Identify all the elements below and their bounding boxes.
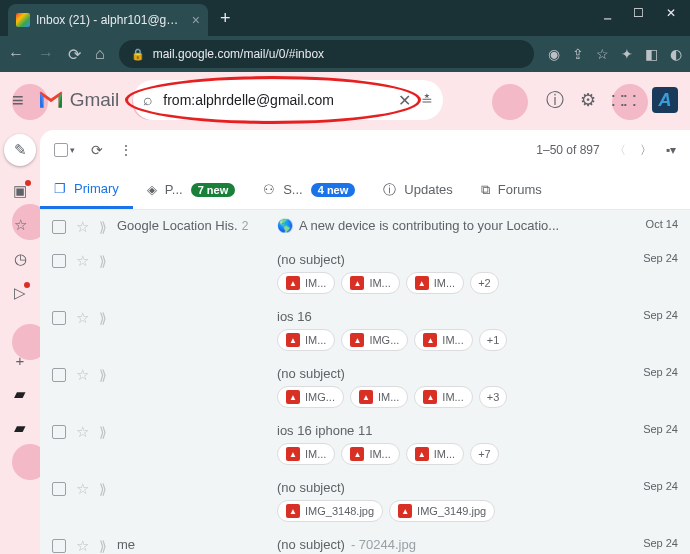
help-icon[interactable]: ⓘ (546, 88, 564, 112)
new-tab-button[interactable]: + (208, 8, 243, 29)
search-input[interactable] (163, 92, 388, 108)
message-row[interactable]: ☆ ⟫ (no subject) ▲IMG_3148.jpg▲IMG_3149.… (40, 472, 690, 529)
important-icon[interactable]: ⟫ (99, 219, 107, 235)
extensions-icon[interactable]: ✦ (621, 46, 633, 62)
account-logo[interactable]: A (652, 87, 678, 113)
attachment-chip[interactable]: ▲IM... (277, 329, 335, 351)
attachment-chip[interactable]: ▲IM... (414, 329, 472, 351)
tab-forums[interactable]: ⧉Forums (467, 170, 556, 209)
eye-icon[interactable]: ◉ (548, 46, 560, 62)
row-checkbox[interactable] (52, 539, 66, 553)
row-checkbox[interactable] (52, 311, 66, 325)
attachment-chip[interactable]: ▲IMG... (341, 329, 408, 351)
clear-icon[interactable]: ✕ (398, 91, 411, 110)
tab-label: Updates (404, 182, 452, 197)
rail-starred-icon[interactable]: ☆ (14, 216, 27, 234)
row-checkbox[interactable] (52, 254, 66, 268)
more-chip[interactable]: +1 (479, 329, 508, 351)
row-checkbox[interactable] (52, 425, 66, 439)
more-chip[interactable]: +2 (470, 272, 499, 294)
minimize-icon[interactable]: ⎯ (604, 6, 611, 20)
prev-page-icon[interactable]: 〈 (614, 142, 626, 159)
shield-icon[interactable]: ◧ (645, 46, 658, 62)
attachment-chip[interactable]: ▲IMG... (277, 386, 344, 408)
more-chip[interactable]: +7 (470, 443, 499, 465)
image-icon: ▲ (286, 390, 300, 404)
message-row[interactable]: ☆ ⟫ ios 16 iphone 11 ▲IM...▲IM...▲IM...+… (40, 415, 690, 472)
rail-sent-icon[interactable]: ▷ (14, 284, 26, 302)
refresh-button[interactable]: ⟳ (91, 142, 103, 158)
rail-add-icon[interactable]: + (16, 352, 25, 369)
url-input[interactable]: 🔒 mail.google.com/mail/u/0/#inbox (119, 40, 534, 68)
row-checkbox[interactable] (52, 220, 66, 234)
maximize-icon[interactable]: ☐ (633, 6, 644, 20)
star-icon[interactable]: ☆ (76, 423, 89, 441)
attachment-chip[interactable]: ▲IM... (414, 386, 472, 408)
attachment-chip[interactable]: ▲IM... (406, 272, 464, 294)
message-row[interactable]: ☆ ⟫ ios 16 ▲IM...▲IMG...▲IM...+1 Sep 24 (40, 301, 690, 358)
tab-s[interactable]: ⚇S...4 new (249, 170, 369, 209)
image-icon: ▲ (415, 276, 429, 290)
image-icon: ▲ (423, 333, 437, 347)
attachment-chip[interactable]: ▲IMG_3148.jpg (277, 500, 383, 522)
tab-updates[interactable]: ⓘUpdates (369, 170, 466, 209)
forward-icon[interactable]: → (38, 45, 54, 63)
gmail-logo[interactable]: Gmail (38, 89, 120, 111)
important-icon[interactable]: ⟫ (99, 481, 107, 497)
apps-icon[interactable]: ⸬⸬ (612, 90, 636, 111)
attachment-chip[interactable]: ▲IM... (277, 272, 335, 294)
star-icon[interactable]: ☆ (76, 218, 89, 236)
rail-inbox-icon[interactable]: ▣ (13, 182, 27, 200)
message-row[interactable]: ☆ ⟫ (no subject) ▲IMG...▲IM...▲IM...+3 S… (40, 358, 690, 415)
tab-p[interactable]: ◈P...7 new (133, 170, 249, 209)
search-box[interactable]: ⌕ ✕ ≛ (133, 80, 443, 120)
share-icon[interactable]: ⇪ (572, 46, 584, 62)
density-icon[interactable]: ▪▾ (666, 143, 676, 157)
attachment-chip[interactable]: ▲IMG_3149.jpg (389, 500, 495, 522)
address-bar: ← → ⟳ ⌂ 🔒 mail.google.com/mail/u/0/#inbo… (0, 36, 690, 72)
compose-button[interactable]: ✎ (4, 134, 36, 166)
back-icon[interactable]: ← (8, 45, 24, 63)
pagination-text: 1–50 of 897 (536, 143, 599, 157)
bookmark-icon[interactable]: ☆ (596, 46, 609, 62)
important-icon[interactable]: ⟫ (99, 424, 107, 440)
more-chip[interactable]: +3 (479, 386, 508, 408)
important-icon[interactable]: ⟫ (99, 310, 107, 326)
message-row[interactable]: ☆ ⟫ (no subject) ▲IM...▲IM...▲IM...+2 Se… (40, 244, 690, 301)
row-checkbox[interactable] (52, 368, 66, 382)
important-icon[interactable]: ⟫ (99, 538, 107, 554)
star-icon[interactable]: ☆ (76, 252, 89, 270)
browser-tab[interactable]: Inbox (21) - alphr101@gmail.com × (8, 4, 208, 36)
important-icon[interactable]: ⟫ (99, 367, 107, 383)
profile-icon[interactable]: ◐ (670, 46, 682, 62)
attachment-chip[interactable]: ▲IM... (350, 386, 408, 408)
star-icon[interactable]: ☆ (76, 366, 89, 384)
message-row[interactable]: ☆ ⟫ me (no subject) - 70244.jpg Sep 24 (40, 529, 690, 554)
select-all-checkbox[interactable]: ▾ (54, 143, 75, 157)
rail-label-icon[interactable]: ▰ (14, 385, 26, 403)
attachment-chip[interactable]: ▲IM... (277, 443, 335, 465)
more-button[interactable]: ⋮ (119, 142, 133, 158)
attachment-chip[interactable]: ▲IM... (341, 443, 399, 465)
tab-title: Inbox (21) - alphr101@gmail.com (36, 13, 186, 27)
close-icon[interactable]: × (192, 12, 200, 28)
filter-icon[interactable]: ≛ (421, 92, 433, 108)
attachment-chip[interactable]: ▲IM... (406, 443, 464, 465)
rail-label2-icon[interactable]: ▰ (14, 419, 26, 437)
window-close-icon[interactable]: ✕ (666, 6, 676, 20)
attachment-chip[interactable]: ▲IM... (341, 272, 399, 294)
menu-icon[interactable]: ≡ (12, 89, 24, 112)
rail-snoozed-icon[interactable]: ◷ (14, 250, 27, 268)
next-page-icon[interactable]: 〉 (640, 142, 652, 159)
settings-icon[interactable]: ⚙ (580, 89, 596, 111)
tab-primary[interactable]: ❐Primary (40, 170, 133, 209)
row-checkbox[interactable] (52, 482, 66, 496)
star-icon[interactable]: ☆ (76, 480, 89, 498)
gmail-logo-text: Gmail (70, 89, 120, 111)
star-icon[interactable]: ☆ (76, 537, 89, 554)
home-icon[interactable]: ⌂ (95, 45, 105, 63)
important-icon[interactable]: ⟫ (99, 253, 107, 269)
message-row[interactable]: ☆ ⟫ Google Location His.2 🌎A new device … (40, 210, 690, 244)
reload-icon[interactable]: ⟳ (68, 45, 81, 64)
star-icon[interactable]: ☆ (76, 309, 89, 327)
